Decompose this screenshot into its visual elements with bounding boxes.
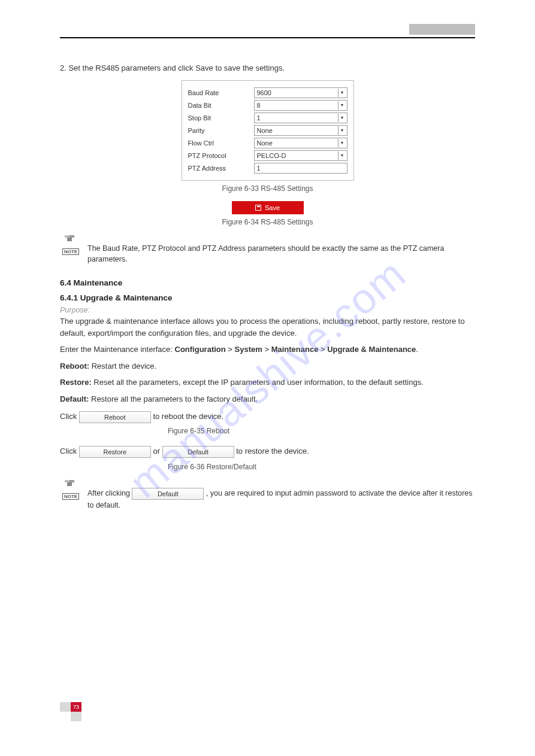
- chevron-down-icon: ▾: [338, 139, 346, 147]
- footer-page-number: 73: [71, 702, 81, 712]
- parity-select[interactable]: None ▾: [254, 125, 347, 136]
- save-icon: [255, 205, 261, 211]
- footer-block-2: [71, 712, 81, 721]
- ptz-address-input[interactable]: 1: [254, 163, 347, 174]
- note-1-text: The Baud Rate, PTZ Protocol and PTZ Addr…: [87, 235, 475, 266]
- chevron-down-icon: ▾: [338, 101, 346, 110]
- default-button-inline[interactable]: Default: [132, 488, 204, 500]
- purpose-label: Purpose:: [60, 306, 475, 314]
- step-2-text: 2. Set the RS485 parameters and click Sa…: [60, 62, 475, 74]
- flow-ctrl-label: Flow Ctrl: [188, 139, 254, 147]
- default-desc: Default: Restore all the parameters to t…: [60, 393, 475, 405]
- flow-ctrl-select[interactable]: None ▾: [254, 138, 347, 148]
- ptz-protocol-select[interactable]: PELCO-D ▾: [254, 150, 347, 161]
- note-icon: NOTE: [60, 235, 81, 255]
- figure-6-33-caption: Figure 6-33 RS-485 Settings: [60, 184, 475, 193]
- ptz-protocol-label: PTZ Protocol: [188, 152, 254, 159]
- restore-desc: Restore: Reset all the parameters, excep…: [60, 377, 475, 388]
- ptz-address-label: PTZ Address: [188, 165, 254, 172]
- note-icon: NOTE: [60, 479, 81, 500]
- note-1: NOTE The Baud Rate, PTZ Protocol and PTZ…: [60, 235, 475, 266]
- baud-rate-select[interactable]: 9600 ▾: [254, 87, 347, 98]
- data-bit-select[interactable]: 8 ▾: [254, 100, 347, 111]
- page-footer: 73: [60, 702, 81, 721]
- svg-rect-4: [69, 480, 74, 482]
- reboot-button[interactable]: Reboot: [79, 411, 151, 423]
- svg-rect-1: [69, 235, 74, 238]
- stop-bit-label: Stop Bit: [188, 114, 254, 122]
- chevron-down-icon: ▾: [338, 126, 346, 135]
- section-6-4-heading: 6.4 Maintenance: [60, 278, 475, 287]
- purpose-text: The upgrade & maintenance interface allo…: [60, 315, 475, 339]
- restore-default-line: Click Restore or Default to restore the …: [60, 444, 475, 459]
- rs485-settings-panel: Baud Rate 9600 ▾ Data Bit 8 ▾ Stop Bit 1…: [182, 80, 354, 181]
- chevron-down-icon: ▾: [338, 151, 346, 160]
- figure-6-35-caption: Figure 6-35 Reboot: [168, 427, 475, 435]
- note-2-text: After clicking Default , you are require…: [87, 479, 475, 511]
- page-header: [60, 24, 475, 38]
- footer-block-1: [60, 702, 71, 712]
- svg-rect-0: [65, 235, 69, 238]
- parity-label: Parity: [188, 127, 254, 134]
- svg-rect-5: [67, 482, 72, 486]
- note-2: NOTE After clicking Default , you are re…: [60, 479, 475, 511]
- section-6-4-1-heading: 6.4.1 Upgrade & Maintenance: [60, 293, 475, 302]
- restore-button[interactable]: Restore: [79, 446, 151, 458]
- figure-6-34-caption: Figure 6-34 RS-485 Settings: [60, 218, 475, 226]
- figure-6-36-caption: Figure 6-36 Restore/Default: [168, 463, 475, 471]
- stop-bit-select[interactable]: 1 ▾: [254, 113, 347, 123]
- reboot-line: Click Reboot to reboot the device.: [60, 409, 475, 423]
- svg-rect-3: [65, 480, 69, 482]
- header-right-block: [409, 24, 475, 35]
- enter-maintenance-text: Enter the Maintenance interface: Configu…: [60, 344, 475, 356]
- chevron-down-icon: ▾: [338, 89, 346, 97]
- data-bit-label: Data Bit: [188, 102, 254, 109]
- baud-rate-label: Baud Rate: [188, 89, 254, 96]
- default-button[interactable]: Default: [162, 446, 234, 458]
- save-button[interactable]: Save: [232, 201, 304, 214]
- chevron-down-icon: ▾: [338, 114, 346, 122]
- svg-rect-2: [67, 238, 72, 241]
- reboot-desc: Reboot: Restart the device.: [60, 360, 475, 372]
